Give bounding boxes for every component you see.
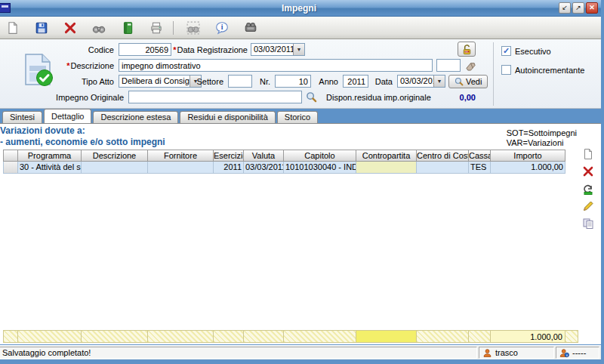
data-registrazione-label: *Data Registrazione	[133, 45, 248, 55]
data-registrazione-input[interactable]: 03/03/2011 ▼	[251, 43, 305, 56]
eraser-icon	[465, 60, 476, 71]
variazioni-heading: Variazioni dovute a: - aumenti, economie…	[0, 125, 165, 148]
cell-descrizione[interactable]	[82, 162, 148, 174]
binoculars-dashed-icon	[186, 21, 200, 35]
column-header-cassa[interactable]: Cassa	[469, 150, 491, 162]
tab-descrizione-estesa[interactable]: Descrizione estesa	[93, 111, 178, 123]
impegno-originale-input[interactable]	[128, 91, 302, 103]
total-contropartita-cell	[356, 330, 417, 343]
anno-label: Anno	[308, 76, 338, 87]
dettaglio-panel: Variazioni dovute a: - aumenti, economie…	[0, 123, 601, 344]
delete-button[interactable]	[57, 18, 83, 38]
column-header-contropartita[interactable]: Contropartita	[356, 150, 417, 162]
cell-valuta[interactable]: 03/03/2011	[244, 162, 284, 174]
new-document-icon	[6, 21, 20, 35]
edit-row-icon[interactable]	[582, 200, 594, 212]
user-icon	[482, 348, 492, 358]
binoculars-icon	[92, 21, 106, 35]
status-message-panel: Salvataggio completato!	[0, 347, 477, 359]
cell-esercizio[interactable]: 2011	[214, 162, 244, 174]
magnifier-icon	[306, 91, 317, 103]
printer-icon	[149, 21, 163, 35]
archive-button[interactable]	[115, 18, 140, 38]
dispon-residua-value: 0,00	[420, 92, 476, 103]
session-panel: i -----	[556, 347, 599, 359]
info-button[interactable]: i	[209, 18, 235, 38]
cell-programma[interactable]: 30 - Attività del setto	[18, 162, 82, 174]
descrizione-input[interactable]	[119, 59, 433, 72]
tab-residui-disponibilita[interactable]: Residui e disponibilità	[180, 111, 275, 123]
close-window-button[interactable]: ✕	[586, 2, 598, 14]
restore-window-button[interactable]: ↙	[559, 2, 571, 14]
print-button[interactable]	[143, 18, 169, 38]
column-header-programma[interactable]: Programma	[18, 150, 82, 162]
autoincrementante-checkbox[interactable]	[501, 65, 511, 75]
cell-importo[interactable]: 1.000,00	[491, 162, 565, 174]
total-importo-cell: 1.000,00	[491, 330, 565, 343]
magnifier-icon	[455, 77, 464, 86]
copy-row-icon[interactable]	[582, 217, 594, 230]
user-info-icon: i	[559, 348, 569, 358]
tab-sintesi[interactable]: Sintesi	[2, 111, 42, 123]
toolbar-separator	[173, 21, 174, 35]
green-binder-icon	[121, 21, 134, 35]
unlock-button[interactable]: REL	[458, 42, 476, 57]
descrizione-extra-input[interactable]	[436, 59, 461, 72]
column-header-centro-di-costo[interactable]: Centro di Costo	[417, 150, 469, 162]
save-button[interactable]	[29, 18, 54, 38]
row-selector-cell[interactable]	[3, 162, 18, 174]
status-message: Salvataggio completato!	[2, 348, 91, 357]
cell-cassa[interactable]: TES	[469, 162, 491, 174]
svg-text:REL: REL	[464, 50, 469, 53]
search-impegno-button[interactable]	[304, 91, 318, 103]
esecutivo-label: Esecutivo	[515, 47, 551, 56]
cell-centro-di-costo[interactable]	[417, 162, 469, 174]
undo-row-icon[interactable]	[582, 183, 594, 195]
search-disabled-button[interactable]	[180, 18, 206, 38]
codice-label: Codice	[0, 45, 114, 55]
data-atto-input[interactable]: 03/03/2011 ▼	[397, 75, 445, 88]
tools-button[interactable]	[238, 18, 263, 38]
esecutivo-checkbox[interactable]: ✓	[501, 46, 511, 56]
tab-bar: Sintesi Dettaglio Descrizione estesa Res…	[0, 109, 601, 123]
column-header-importo[interactable]: Importo	[491, 150, 565, 162]
info-bubble-icon: i	[215, 21, 229, 35]
column-header-fornitore[interactable]: Fornitore	[148, 150, 214, 162]
search-button[interactable]	[86, 18, 112, 38]
open-padlock-icon: REL	[461, 44, 473, 55]
tab-storico[interactable]: Storico	[277, 111, 318, 123]
column-header-capitolo[interactable]: Capitolo	[284, 150, 356, 162]
save-floppy-icon	[35, 21, 48, 35]
column-header-esercizio[interactable]: Esercizio	[214, 150, 244, 162]
anno-input[interactable]	[343, 75, 368, 88]
cell-fornitore[interactable]	[148, 162, 214, 174]
nr-input[interactable]	[275, 75, 311, 88]
maximize-window-button[interactable]: ↗	[572, 2, 584, 14]
column-header-selector[interactable]	[3, 150, 18, 162]
calendar-dropdown-icon[interactable]: ▼	[293, 44, 304, 55]
svg-text:i: i	[221, 23, 223, 31]
descrizione-label: *Descrizione	[0, 60, 114, 71]
autoincrementante-row: Autoincrementante	[501, 65, 584, 75]
legend-text: SOT=Sottoimpegni VAR=Variazioni	[507, 128, 577, 148]
data-label: Data	[367, 76, 393, 87]
form-divider	[493, 42, 494, 106]
new-record-button[interactable]	[0, 18, 26, 38]
delete-row-icon[interactable]	[582, 165, 594, 177]
clear-button[interactable]	[464, 59, 477, 72]
vedi-button[interactable]: Vedi	[448, 75, 488, 88]
cell-contropartita[interactable]	[356, 162, 417, 174]
column-header-descrizione[interactable]: Descrizione	[82, 150, 148, 162]
variazioni-table: Programma 30 - Attività del setto Descri…	[3, 150, 565, 174]
calendar-dropdown-icon[interactable]: ▼	[433, 76, 445, 87]
title-bar[interactable]: Impegni ↙ ↗ ✕	[0, 0, 601, 17]
cell-capitolo[interactable]: 10101030040 - INDEN	[284, 162, 356, 174]
add-row-icon[interactable]	[582, 148, 594, 160]
totals-row: 1.000,00	[3, 330, 578, 343]
dispon-residua-label: Dispon.residua imp.originale	[326, 92, 431, 103]
column-header-valuta[interactable]: Valuta	[244, 150, 284, 162]
autoincrementante-label: Autoincrementante	[515, 66, 584, 75]
tab-dettaglio[interactable]: Dettaglio	[44, 109, 91, 123]
status-bar: Salvataggio completato! trasco i -----	[0, 345, 601, 359]
esecutivo-row: ✓ Esecutivo	[501, 46, 551, 56]
